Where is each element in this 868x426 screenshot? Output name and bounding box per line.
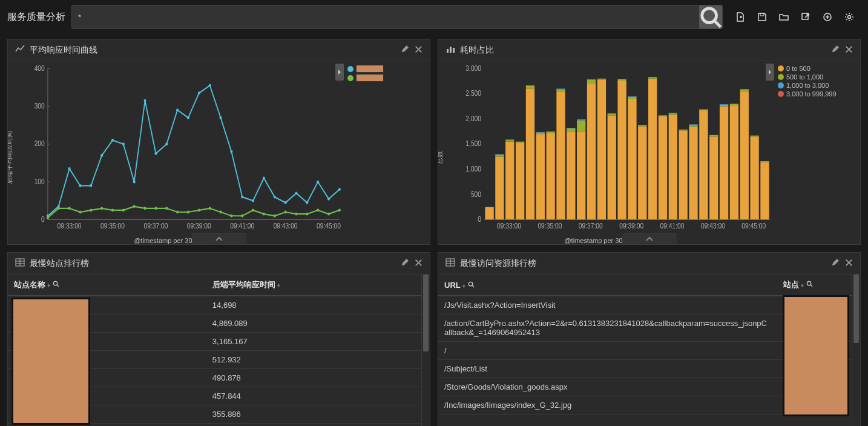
redacted-column [783,295,849,416]
svg-text:400: 400 [35,65,45,72]
svg-point-32 [122,142,125,145]
panel-slow-sites: 最慢站点排行榜 站点名称♦ 后端平均响应时间♦ 14,6984,869.0893… [7,252,430,426]
col-site-name[interactable]: 站点名称♦ [8,275,206,296]
sort-icon[interactable]: ♦ [277,282,280,288]
svg-rect-111 [567,132,575,220]
svg-point-74 [274,215,276,218]
save-icon[interactable] [757,12,768,22]
panel-title: 耗时占比 [460,45,826,56]
edit-icon[interactable] [401,45,409,55]
sort-icon[interactable]: ♦ [47,282,50,288]
line-chart[interactable]: 010020030040009:33:0009:35:0009:37:0009:… [26,65,343,242]
settings-icon[interactable] [844,12,855,22]
legend-item[interactable] [347,74,427,82]
svg-rect-152 [730,104,738,105]
svg-text:200: 200 [35,140,45,148]
col-avg-response[interactable]: 后端平均响应时间♦ [206,275,421,296]
svg-rect-112 [567,128,575,132]
legend-collapse-icon[interactable] [766,64,774,81]
svg-point-43 [241,196,243,199]
svg-point-49 [306,201,308,204]
svg-rect-137 [669,113,677,115]
panel-expand-icon[interactable] [192,233,246,244]
svg-point-172 [53,281,57,285]
table-icon [15,258,25,269]
svg-rect-120 [597,79,606,219]
svg-text:09:43:00: 09:43:00 [701,222,725,230]
svg-point-29 [90,184,92,187]
svg-point-33 [133,181,136,184]
search-icon[interactable] [806,280,813,289]
svg-rect-133 [648,77,657,78]
bar-chart-icon [446,44,455,56]
legend-item[interactable]: 1,000 to 3,000 [778,82,858,89]
svg-rect-124 [608,113,616,114]
svg-line-179 [472,285,474,287]
legend-item[interactable]: 500 to 1,000 [778,73,858,81]
svg-point-42 [230,150,232,153]
search-button[interactable] [699,5,722,28]
svg-point-48 [295,191,297,195]
svg-point-35 [154,152,157,155]
svg-point-31 [111,139,114,142]
svg-point-38 [187,116,189,119]
svg-rect-94 [495,154,504,155]
panel-header: 平均响应时间曲线 [8,39,430,61]
legend-item[interactable]: 0 to 500 [778,65,858,72]
close-icon[interactable] [415,45,422,55]
svg-point-5 [848,16,851,19]
svg-point-28 [79,184,81,187]
close-icon[interactable] [415,259,422,268]
close-icon[interactable] [845,45,853,55]
search-icon[interactable] [53,280,59,289]
svg-rect-109 [556,89,565,91]
sort-icon[interactable]: ♦ [801,282,804,288]
svg-point-70 [230,215,232,218]
panel-title: 平均响应时间曲线 [30,45,396,56]
edit-icon[interactable] [831,45,839,55]
panel-header: 耗时占比 [438,39,860,61]
svg-rect-151 [730,105,738,220]
svg-rect-122 [608,115,616,219]
svg-rect-142 [689,125,697,126]
svg-rect-93 [495,155,504,156]
svg-rect-148 [720,106,728,219]
close-icon[interactable] [845,259,853,268]
scrollbar[interactable] [421,275,430,426]
new-icon[interactable] [735,12,746,22]
svg-point-61 [133,205,136,208]
svg-point-57 [90,208,92,211]
svg-line-1 [715,21,721,27]
col-url[interactable]: URL♦ [438,275,777,296]
edit-icon[interactable] [401,259,409,268]
share-icon[interactable] [800,12,811,22]
page-title: 服务质量分析 [7,11,65,24]
col-site[interactable]: 站点♦ [777,275,852,296]
svg-rect-103 [536,134,545,219]
legend-item[interactable]: 3,000 to 999,999 [778,90,858,98]
svg-text:09:39:00: 09:39:00 [187,222,211,230]
svg-rect-100 [526,88,534,219]
svg-point-69 [219,211,222,214]
edit-icon[interactable] [831,259,839,268]
open-icon[interactable] [778,12,789,22]
svg-rect-108 [556,91,565,219]
svg-rect-131 [638,125,646,126]
search-input[interactable] [72,5,699,28]
bar-chart[interactable]: 05001,0001,5002,0002,5003,00009:33:0009:… [456,65,773,242]
svg-rect-150 [720,104,728,105]
svg-text:09:39:00: 09:39:00 [619,222,643,230]
svg-rect-117 [587,84,596,219]
legend-collapse-icon[interactable] [335,64,344,81]
svg-rect-135 [659,115,667,116]
add-icon[interactable] [822,12,833,22]
svg-point-36 [165,142,168,145]
sort-icon[interactable]: ♦ [462,282,465,289]
search-icon[interactable] [468,281,475,290]
legend-item[interactable] [347,65,427,73]
svg-point-0 [702,8,717,23]
svg-rect-123 [608,114,616,115]
scrollbar[interactable] [852,275,860,426]
svg-rect-107 [546,131,554,133]
panel-expand-icon[interactable] [622,233,677,244]
